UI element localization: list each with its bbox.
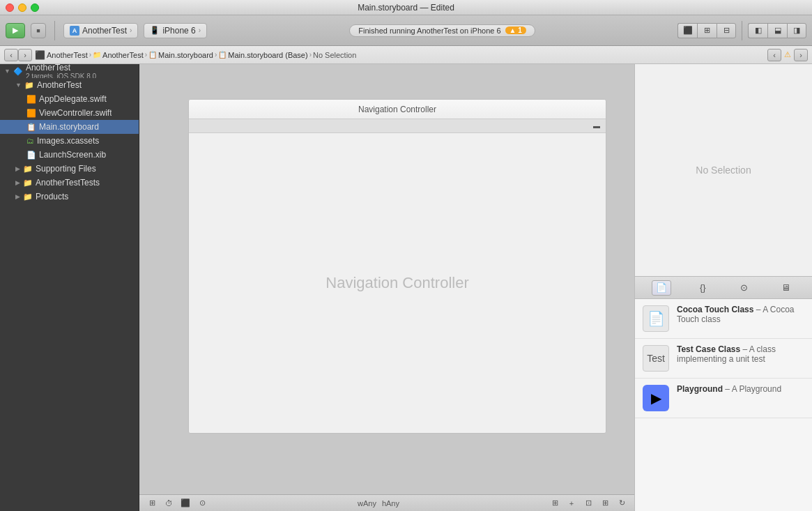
quick-help-tab[interactable]: {} bbox=[693, 280, 712, 296]
library-list: 📄 Cocoa Touch Class – A Cocoa Touch clas… bbox=[635, 299, 812, 511]
zoom-in-button[interactable]: + bbox=[565, 497, 579, 510]
test-case-text: Test Case Class – A class implementing a… bbox=[677, 344, 805, 365]
right-panel-button[interactable]: ◨ bbox=[787, 23, 806, 38]
right-panel: No Selection 📄 {} ⊙ 🖥 📄 Cocoa Touch Clas… bbox=[634, 64, 812, 511]
minimize-button[interactable] bbox=[18, 3, 26, 12]
breadcrumb-file-label: Main.storyboard bbox=[158, 51, 213, 59]
width-label: wAny bbox=[358, 499, 376, 508]
breadcrumb-sep-2: › bbox=[145, 51, 147, 59]
file-inspector-tab[interactable]: 📄 bbox=[652, 280, 671, 296]
sidebar-item-mainstoryboard[interactable]: 📋 Main.storyboard bbox=[0, 120, 139, 134]
sidebar-item-root[interactable]: ▼ 🔷 AnotherTest 2 targets, iOS SDK 8.0 bbox=[0, 64, 139, 78]
zoom-out-button[interactable]: ⊡ bbox=[581, 497, 595, 510]
sidebar-label-tests: AnotherTestTests bbox=[36, 178, 100, 188]
bottom-right: ⊞ + ⊡ ⊞ ↻ bbox=[548, 497, 629, 510]
attributes-inspector-tab[interactable]: 🖥 bbox=[776, 280, 795, 296]
folder-icon-anothertest: 📁 bbox=[24, 81, 34, 90]
bottom-info: wAny hAny bbox=[212, 499, 545, 508]
breadcrumb: ⬛ AnotherTest › 📁 AnotherTest › 📋 Main.s… bbox=[35, 50, 765, 60]
grid-button[interactable]: ⊞ bbox=[598, 497, 612, 510]
close-button[interactable] bbox=[6, 3, 14, 12]
test-case-icon-img: Test bbox=[643, 345, 669, 372]
storyboard-canvas-area[interactable]: → Navigation Controller ▬ Navigation Con… bbox=[139, 64, 634, 494]
sidebar-item-supportingfiles[interactable]: ▶ 📁 Supporting Files bbox=[0, 162, 139, 176]
folder-icon-1: 📁 bbox=[93, 51, 101, 59]
sidebar-item-tests[interactable]: ▶ 📁 AnotherTestTests bbox=[0, 176, 139, 190]
folder-disclosure-supporting: ▶ bbox=[15, 165, 20, 172]
assistant-editor-button[interactable]: ⊞ bbox=[697, 23, 717, 38]
breadcrumb-sep-1: › bbox=[89, 51, 91, 59]
folder-disclosure-products: ▶ bbox=[15, 193, 20, 200]
scheme-icon bbox=[70, 26, 79, 36]
bottom-panel-button[interactable]: ⬓ bbox=[767, 23, 787, 38]
folder-icon-tests: 📁 bbox=[23, 178, 33, 188]
library-item-playground[interactable]: ▶ Playground – A Playground bbox=[635, 379, 812, 418]
version-editor-button[interactable]: ⊟ bbox=[717, 23, 736, 38]
breadcrumb-file[interactable]: 📋 Main.storyboard bbox=[148, 51, 213, 59]
scheme-chevron: › bbox=[130, 26, 132, 34]
run-button[interactable] bbox=[6, 23, 25, 38]
console-button[interactable]: ⊙ bbox=[195, 497, 209, 510]
sidebar-item-launchscreen[interactable]: 📄 LaunchScreen.xib bbox=[0, 148, 139, 162]
cocoa-touch-icon-img: 📄 bbox=[643, 305, 669, 332]
inspector-tabs: 📄 {} ⊙ 🖥 bbox=[635, 277, 812, 299]
identity-inspector-tab[interactable]: ⊙ bbox=[735, 280, 754, 296]
toolbar-separator-2 bbox=[742, 21, 742, 40]
refresh-button[interactable]: ↻ bbox=[615, 497, 629, 510]
forward-button[interactable]: › bbox=[18, 49, 32, 61]
breadcrumb-project-label: AnotherTest bbox=[47, 51, 88, 59]
next-issue-button[interactable]: › bbox=[794, 49, 808, 61]
left-panel-button[interactable]: ◧ bbox=[748, 23, 767, 38]
nav-controller-label: Navigation Controller bbox=[325, 274, 468, 292]
back-button[interactable]: ‹ bbox=[4, 49, 18, 61]
sidebar-item-images[interactable]: 🗂 Images.xcassets bbox=[0, 134, 139, 148]
nav-controller-scene[interactable]: Navigation Controller ▬ Navigation Contr… bbox=[188, 99, 606, 434]
breadcrumb-folder[interactable]: 📁 AnotherTest bbox=[93, 51, 144, 59]
test-case-title: Test Case Class – A class implementing a… bbox=[677, 344, 805, 364]
zoom-fit-button[interactable]: ⊞ bbox=[548, 497, 562, 510]
xib-icon-launch: 📄 bbox=[26, 151, 36, 160]
breadcrumb-sep-3: › bbox=[215, 51, 217, 59]
breadcrumb-right: ‹ ⚠ › bbox=[767, 49, 808, 61]
bottom-toolbar: ⊞ ⏱ ⬛ ⊙ wAny hAny ⊞ + ⊡ ⊞ ↻ bbox=[139, 494, 634, 511]
add-object-button[interactable]: ⊞ bbox=[145, 497, 159, 510]
scene-box: Navigation Controller ▬ Navigation Contr… bbox=[188, 99, 606, 434]
debug-button[interactable]: ⬛ bbox=[178, 497, 192, 510]
secondary-toolbar: ‹ › ⬛ AnotherTest › 📁 AnotherTest › 📋 Ma… bbox=[0, 46, 812, 64]
breadcrumb-base-label: Main.storyboard (Base) bbox=[228, 51, 307, 59]
sidebar-item-viewcontroller[interactable]: 🟧 ViewController.swift bbox=[0, 106, 139, 120]
sidebar-item-products[interactable]: ▶ 📁 Products bbox=[0, 190, 139, 204]
scheme-name: AnotherTest bbox=[82, 26, 127, 36]
sidebar-label-launchscreen: LaunchScreen.xib bbox=[39, 150, 106, 160]
device-chevron: › bbox=[199, 26, 201, 34]
library-item-cocoa-touch[interactable]: 📄 Cocoa Touch Class – A Cocoa Touch clas… bbox=[635, 299, 812, 339]
battery-icon: ▬ bbox=[593, 122, 600, 130]
sidebar-item-anothertest-folder[interactable]: ▼ 📁 AnotherTest bbox=[0, 78, 139, 92]
storyboard-icon-2: 📋 bbox=[218, 51, 227, 59]
cocoa-touch-icon: 📄 bbox=[642, 305, 670, 333]
device-icon: 📱 bbox=[150, 26, 160, 35]
device-selector[interactable]: 📱 iPhone 6 › bbox=[144, 23, 207, 38]
breadcrumb-sep-4: › bbox=[309, 51, 312, 59]
device-name: iPhone 6 bbox=[162, 26, 195, 36]
scheme-selector[interactable]: AnotherTest › bbox=[63, 23, 138, 38]
prev-issue-button[interactable]: ‹ bbox=[767, 49, 781, 61]
library-item-test-case[interactable]: Test Test Case Class – A class implement… bbox=[635, 339, 812, 379]
breadcrumb-base[interactable]: 📋 Main.storyboard (Base) bbox=[218, 51, 307, 59]
swift-icon-appdelegate: 🟧 bbox=[26, 95, 36, 104]
standard-editor-button[interactable]: ⬛ bbox=[677, 23, 697, 38]
storyboard-icon-main: 📋 bbox=[26, 123, 36, 132]
breadcrumb-project[interactable]: AnotherTest bbox=[47, 51, 88, 59]
sidebar-label-images: Images.xcassets bbox=[37, 136, 99, 146]
stop-button[interactable] bbox=[31, 23, 46, 38]
activity-button[interactable]: ⏱ bbox=[162, 497, 176, 510]
swift-icon-viewcontroller: 🟧 bbox=[26, 109, 36, 118]
breadcrumb-folder-label: AnotherTest bbox=[102, 51, 144, 59]
playground-text: Playground – A Playground bbox=[677, 384, 781, 395]
sidebar-item-appdelegate[interactable]: 🟧 AppDelegate.swift bbox=[0, 92, 139, 106]
no-selection-text: No Selection bbox=[696, 165, 751, 176]
test-case-icon: Test bbox=[642, 344, 670, 372]
warning-badge[interactable]: ▲ 1 bbox=[505, 26, 526, 34]
scene-status-bar: ▬ bbox=[189, 119, 606, 133]
fullscreen-button[interactable] bbox=[31, 3, 39, 12]
